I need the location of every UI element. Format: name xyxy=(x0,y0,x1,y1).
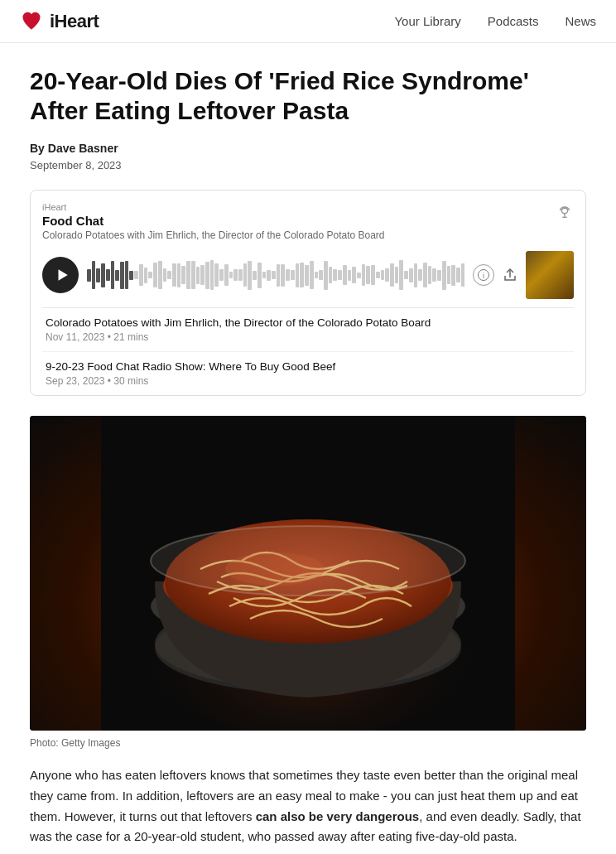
waveform-bar xyxy=(163,268,167,282)
waveform-bar xyxy=(200,265,205,285)
waveform-bar xyxy=(409,268,413,282)
waveform-bar xyxy=(111,261,115,289)
waveform-bar xyxy=(262,272,267,279)
waveform-bar xyxy=(371,265,375,285)
waveform-bar xyxy=(366,266,370,284)
waveform-bar xyxy=(343,265,347,285)
waveform-bar xyxy=(272,271,276,279)
waveform-bar xyxy=(357,273,361,278)
photo-credit: Photo: Getty Images xyxy=(30,737,586,749)
waveform-bar xyxy=(148,272,152,279)
podcast-icon xyxy=(556,202,574,220)
waveform-bar xyxy=(376,272,380,278)
waveform-bar xyxy=(167,271,171,279)
article-body-bold: can also be very dangerous xyxy=(256,809,420,823)
waveform-bar xyxy=(324,261,328,290)
waveform-bar xyxy=(414,263,418,287)
nav-news[interactable]: News xyxy=(565,14,596,28)
article-image-container xyxy=(30,416,586,731)
waveform-bar xyxy=(125,261,129,289)
waveform-bar xyxy=(139,264,143,286)
waveform-bar xyxy=(385,268,389,282)
article-body: Anyone who has eaten leftovers knows tha… xyxy=(30,765,586,847)
waveform-bar xyxy=(181,266,185,285)
waveform-bar xyxy=(437,270,441,281)
waveform-bar xyxy=(177,263,181,287)
waveform-bar xyxy=(281,264,285,287)
waveform-bar xyxy=(233,269,238,282)
waveform-bar xyxy=(329,267,333,283)
waveform-bar xyxy=(172,263,176,287)
svg-marker-3 xyxy=(58,269,67,281)
waveform-bar xyxy=(428,266,432,284)
waveform-bar xyxy=(253,271,257,280)
waveform-bar xyxy=(238,269,243,281)
waveform-bar xyxy=(144,268,148,283)
waveform-bar xyxy=(461,263,464,286)
episode-title-1: Colorado Potatoes with Jim Ehrlich, the … xyxy=(46,316,570,329)
waveform-bar xyxy=(310,261,314,289)
logo[interactable]: iHeart xyxy=(20,10,99,33)
share-icon xyxy=(503,268,517,282)
player-controls-right: i xyxy=(473,251,574,299)
waveform-bar xyxy=(451,265,455,286)
episode-item-1[interactable]: Colorado Potatoes with Jim Ehrlich, the … xyxy=(42,308,574,352)
svg-text:i: i xyxy=(483,272,484,280)
episode-item-2[interactable]: 9-20-23 Food Chat Radio Show: Where To B… xyxy=(42,352,574,395)
main-nav: Your Library Podcasts News xyxy=(394,14,596,28)
waveform-bar xyxy=(319,270,323,279)
share-button[interactable] xyxy=(501,266,519,284)
play-icon xyxy=(55,268,70,282)
info-button[interactable]: i xyxy=(473,264,494,286)
waveform-bar xyxy=(129,271,133,280)
waveform-bar xyxy=(219,269,224,281)
waveform-bar xyxy=(315,272,319,278)
waveform-bar xyxy=(115,270,119,281)
iheart-logo-icon xyxy=(20,10,43,33)
pasta-bowl-illustration xyxy=(101,416,515,731)
waveform-bar xyxy=(291,270,295,280)
waveform[interactable] xyxy=(87,253,464,297)
waveform-bar xyxy=(224,264,229,286)
episode-meta-2: Sep 23, 2023 • 30 mins xyxy=(46,375,570,387)
waveform-bar xyxy=(101,263,105,287)
widget-show-title: Food Chat xyxy=(42,214,385,228)
waveform-bar xyxy=(96,268,100,282)
waveform-bar xyxy=(248,261,252,290)
waveform-bar xyxy=(158,261,162,289)
episode-thumbnail xyxy=(526,251,574,299)
player-row: i xyxy=(42,251,574,299)
waveform-bar xyxy=(243,263,248,287)
waveform-bar xyxy=(229,272,233,278)
waveform-bar xyxy=(205,262,209,289)
episode-meta-1: Nov 11, 2023 • 21 mins xyxy=(46,331,570,343)
waveform-bar xyxy=(423,263,427,287)
waveform-bar xyxy=(418,269,422,281)
waveform-bar xyxy=(87,269,91,282)
article-title: 20-Year-Old Dies Of 'Fried Rice Syndrome… xyxy=(30,66,586,126)
article-container: 20-Year-Old Dies Of 'Fried Rice Syndrome… xyxy=(10,43,606,854)
episode-list: Colorado Potatoes with Jim Ehrlich, the … xyxy=(42,307,574,395)
waveform-bar xyxy=(399,260,403,290)
waveform-bar xyxy=(277,264,281,287)
waveform-bar xyxy=(296,263,300,287)
play-button[interactable] xyxy=(42,257,79,293)
waveform-bar xyxy=(191,261,195,289)
waveform-bar xyxy=(381,270,385,280)
site-header: iHeart Your Library Podcasts News xyxy=(0,0,616,43)
episode-title-2: 9-20-23 Food Chat Radio Show: Where To B… xyxy=(46,360,570,373)
info-icon: i xyxy=(478,269,489,281)
nav-your-library[interactable]: Your Library xyxy=(394,14,460,28)
waveform-bar xyxy=(390,263,394,287)
waveform-bar xyxy=(348,270,352,281)
nav-podcasts[interactable]: Podcasts xyxy=(488,14,539,28)
waveform-bar xyxy=(214,263,219,286)
waveform-bar xyxy=(442,261,446,290)
waveform-bar xyxy=(352,267,356,283)
waveform-bar xyxy=(106,269,110,280)
waveform-bar xyxy=(186,261,190,289)
waveform-bar xyxy=(333,269,337,281)
waveform-bar xyxy=(120,262,124,289)
article-image xyxy=(30,416,586,731)
waveform-bar xyxy=(92,261,96,289)
